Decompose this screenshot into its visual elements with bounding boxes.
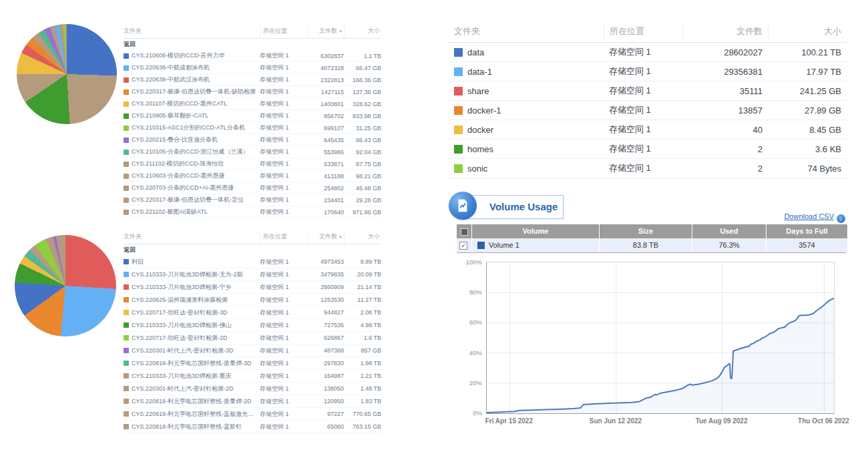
folder-location: 存储空间 1 [260, 410, 308, 419]
folder-color-swatch [454, 67, 463, 76]
folder-name: CYS.210333-刀片电池3D焊检测-宁乡 [132, 283, 232, 292]
folder-name: CYS.220317-极康-伯恩达切叠一体机-定位 [132, 196, 244, 204]
folder-row[interactable]: CYS.220301-时代上汽-密封钉检测-3D存储空间 1487368857 … [124, 345, 381, 357]
folder-size: 833.98 GB [344, 113, 381, 120]
col-count[interactable]: 文件数 [682, 25, 768, 38]
folder-file-count: 626867 [308, 334, 344, 341]
folder-row[interactable]: CYS.210333-刀片电池3D焊检测-宁乡存储空间 1286090921.1… [124, 281, 381, 294]
folder-size: 74 Bytes [768, 164, 847, 174]
volume-row[interactable]: ✓ Volume 1 83.8 TB 76.3% 3574 [457, 238, 846, 252]
download-csv-link[interactable]: Download CSV [784, 212, 834, 220]
folder-name-cell: docker [449, 125, 604, 135]
folder-file-count: 533871 [308, 161, 344, 168]
folder-size: 8.89 TB [344, 258, 381, 265]
bottom-folder-pie-chart[interactable] [15, 235, 116, 336]
col-location[interactable]: 所在位置 [260, 24, 308, 38]
folder-row[interactable]: CYS.210105-分条的CCD-浙江恒威（兰溪）存储空间 155398692… [124, 146, 381, 158]
folder-row[interactable]: CYS.220717-欣旺达-密封钉检测-2D存储空间 16268671.6 T… [124, 332, 381, 345]
back-row[interactable]: 返回 [124, 39, 381, 50]
folder-name: CYS.210333-刀片电池3D焊检测-无为-2期 [132, 270, 243, 279]
col-location[interactable]: 所在位置 [604, 25, 682, 38]
folder-row[interactable]: CYS.220717-欣旺达-密封钉检测-3D存储空间 19448272.08 … [124, 306, 381, 319]
volume-table: Volume Size Used Days to Full ✓ Volume 1… [457, 224, 846, 253]
folder-color-swatch [454, 164, 463, 173]
folder-row[interactable]: docker存储空间 1408.45 GB [449, 120, 847, 140]
folder-file-count: 1253530 [308, 296, 344, 303]
folder-location: 存储空间 1 [260, 75, 308, 84]
folder-row[interactable]: CYS.210333-刀片电池3D焊检测-佛山存储空间 17275364.98 … [124, 319, 381, 332]
folder-name-cell: 利旧 [124, 258, 260, 266]
folder-row[interactable]: share存储空间 135111241.25 GB [449, 81, 847, 101]
col-size[interactable]: Size [600, 224, 692, 238]
col-size[interactable]: 大小 [344, 24, 381, 38]
folder-name-cell: CYS.220818-利元亨电芯国轩整线-质量焊-3D [124, 359, 260, 368]
folder-row[interactable]: homes存储空间 123.6 KB [449, 140, 847, 159]
folder-row[interactable]: CYS.210603-分条的CCD-惠州恩捷存储空间 141318898.21 … [124, 170, 381, 182]
folder-row[interactable]: CYS.220638-中航成都涂布机存储空间 1407232866.47 GB [124, 62, 381, 74]
folder-size: 21.14 TB [344, 284, 381, 290]
folder-row[interactable]: data存储空间 128602027100.21 TB [449, 43, 847, 62]
folder-file-count: 97227 [308, 411, 344, 417]
volume-days-to-full: 3574 [767, 238, 847, 252]
folder-row[interactable]: CYS.201107-模切的CCD-惠州CATL存储空间 11400801328… [124, 98, 381, 110]
folder-location: 存储空间 1 [604, 85, 682, 97]
folder-row[interactable]: CYS.220703-分条的CCD+AI-惠州恩捷存储空间 125480245.… [124, 182, 381, 194]
folder-row[interactable]: 利旧存储空间 149734538.89 TB [124, 256, 381, 268]
select-all-checkbox[interactable] [461, 228, 468, 236]
col-volume[interactable]: Volume [472, 224, 599, 238]
folder-row[interactable]: sonic存储空间 1274 Bytes [449, 159, 847, 178]
col-count[interactable]: 文件数▼ [308, 24, 344, 38]
folder-color-swatch [124, 198, 129, 203]
download-icon[interactable]: ↓ [837, 214, 845, 223]
folder-row[interactable]: CYS.220625-温州瑞浦浆料涂膜检测存储空间 1125353011.27 … [124, 294, 381, 306]
folder-row[interactable]: CYS.211102-模切的CCD-珠海恒欣存储空间 153387187.75 … [124, 158, 381, 170]
folder-row[interactable]: CYS.210608-模切的CCD-苏州力华存储空间 163028371.1 T… [124, 50, 381, 62]
folder-location: 存储空间 1 [260, 423, 308, 431]
folder-file-count: 254802 [308, 185, 344, 192]
folder-color-swatch [124, 174, 129, 179]
folder-size: 1.21 TB [344, 373, 381, 379]
folder-row[interactable]: CYS.210905-极耳翻折-CATL存储空间 1856702833.98 G… [124, 110, 381, 122]
folder-row[interactable]: data-1存储空间 12935638117.97 TB [449, 62, 847, 81]
volume-usage-icon [449, 192, 477, 220]
col-count[interactable]: 文件数▼ [308, 230, 344, 244]
folder-row[interactable]: CYS.220818-利元亨电芯国轩整线-蓝胶钉存储空间 165060763.1… [124, 421, 381, 433]
folder-size: 1.83 TB [344, 398, 381, 405]
folder-location: 存储空间 1 [260, 321, 308, 330]
col-count-label: 文件数 [319, 27, 337, 35]
col-folder[interactable]: 文件夹 [124, 27, 260, 35]
folder-row[interactable]: CYS.210333-刀片电池3D焊检测-重庆存储空间 11649871.21 … [124, 370, 381, 383]
col-days-to-full[interactable]: Days to Full [767, 224, 847, 238]
folder-row[interactable]: CYS.220301-时代上汽-密封钉检测-2D存储空间 11380501.48… [124, 383, 381, 395]
folder-row[interactable]: CYS.210315-ASC1分割的CCD-ATL分条机存储空间 1699107… [124, 122, 381, 134]
folder-row[interactable]: CYS.221102-极图AI清缺ATL存储空间 1170640971.96 G… [124, 206, 381, 218]
top-folder-pie-chart[interactable] [17, 24, 117, 124]
row-checkbox[interactable]: ✓ [459, 242, 467, 250]
folder-row[interactable]: CYS.220317-极康-伯恩达切叠一体机-缺陷检测存储空间 11427115… [124, 86, 381, 98]
folder-location: 存储空间 1 [260, 334, 308, 342]
col-location[interactable]: 所在位置 [260, 230, 308, 244]
folder-size: 45.48 GB [344, 185, 381, 192]
back-row[interactable]: 返回 [124, 244, 381, 256]
folder-row[interactable]: CYS.220215-叠合-比亚迪分条机存储空间 164543586.43 GB [124, 134, 381, 146]
folder-row[interactable]: CYS.220818-利元亨电芯国轩整线-盖板激光焊缝-...存储空间 1972… [124, 408, 381, 421]
col-size[interactable]: 大小 [344, 230, 381, 244]
folder-row[interactable]: CYS.220638-中航武汉涂布机存储空间 12322813166.36 GB [124, 74, 381, 86]
select-all-cell[interactable] [457, 224, 471, 238]
folder-name: CYS.220818-利元亨电芯国轩整线-质量焊-2D [132, 397, 252, 406]
folder-row[interactable]: docker-1存储空间 11385727.89 GB [449, 101, 847, 120]
folder-row[interactable]: CYS.220818-利元亨电芯国轩整线-质量焊-3D存储空间 12978301… [124, 357, 381, 370]
folder-row[interactable]: CYS.220818-利元亨电芯国轩整线-质量焊-2D存储空间 11209501… [124, 395, 381, 408]
y-axis-tick-label: 60% [459, 318, 482, 326]
col-folder[interactable]: 文件夹 [449, 25, 604, 38]
col-folder[interactable]: 文件夹 [124, 232, 260, 241]
folder-color-swatch [124, 348, 129, 353]
folder-name: CYS.220818-利元亨电芯国轩整线-质量焊-3D [132, 359, 252, 368]
folder-name: CYS.210105-分条的CCD-浙江恒威（兰溪） [132, 148, 249, 156]
folder-name: CYS.220717-欣旺达-密封钉检测-2D [132, 334, 228, 342]
folder-row[interactable]: CYS.220317-极康-伯恩达切叠一体机-定位存储空间 123440129.… [124, 194, 381, 206]
folder-file-count: 234401 [308, 197, 344, 204]
col-size[interactable]: 大小 [768, 25, 847, 38]
col-used[interactable]: Used [692, 224, 766, 238]
folder-row[interactable]: CYS.210333-刀片电池3D焊检测-无为-2期存储空间 134798352… [124, 268, 381, 281]
